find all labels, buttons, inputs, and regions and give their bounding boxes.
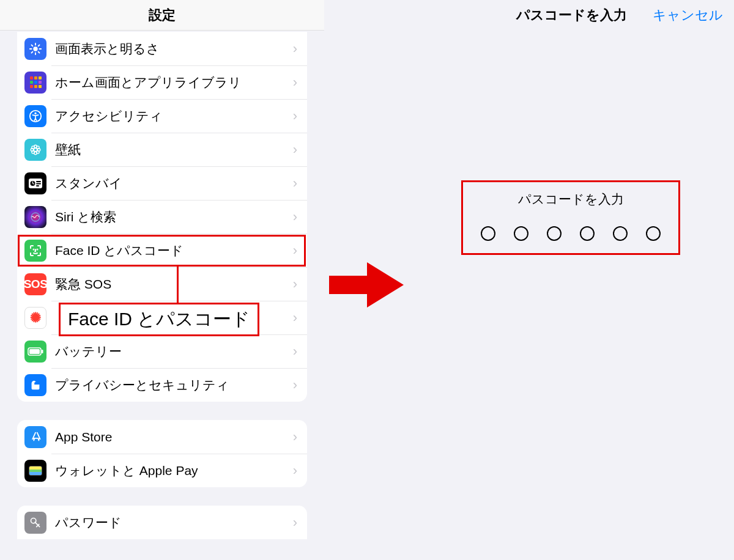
arrow-icon: [329, 259, 404, 311]
chevron-right-icon: ›: [293, 108, 297, 124]
passcode-dot: [514, 226, 528, 241]
svg-rect-23: [36, 183, 41, 184]
svg-line-8: [39, 45, 40, 46]
chevron-right-icon: ›: [293, 515, 297, 531]
exposure-icon: ✺: [24, 307, 46, 329]
chevron-right-icon: ›: [293, 175, 297, 191]
svg-point-0: [33, 46, 37, 51]
callout-connector: [177, 267, 179, 304]
row-wallpaper-label: 壁紙: [55, 141, 293, 158]
row-battery-label: バッテリー: [55, 343, 293, 360]
chevron-right-icon: ›: [293, 429, 297, 445]
brightness-icon: [24, 38, 46, 60]
wallet-icon: [24, 460, 46, 482]
chevron-right-icon: ›: [293, 310, 297, 326]
standby-icon: [24, 172, 46, 194]
accessibility-icon: [24, 105, 46, 127]
wallpaper-icon: [24, 139, 46, 161]
chevron-right-icon: ›: [293, 463, 297, 479]
settings-pane: 設定 画面表示と明るさ › ホーム画面とアプリライブラリ › アクセシビリティ …: [0, 0, 324, 560]
row-passwords[interactable]: パスワード ›: [17, 506, 307, 539]
svg-point-26: [34, 249, 34, 249]
row-battery[interactable]: バッテリー ›: [17, 334, 307, 368]
passcode-dot: [547, 226, 562, 241]
svg-line-7: [31, 51, 32, 53]
svg-rect-24: [36, 185, 39, 186]
row-sos[interactable]: SOS 緊急 SOS ›: [17, 267, 307, 301]
passcode-pane: パスコードを入力 キャンセル パスコードを入力: [409, 0, 734, 560]
chevron-right-icon: ›: [293, 344, 297, 359]
row-passwords-label: パスワード: [55, 514, 293, 531]
settings-group-3: パスワード ›: [17, 506, 307, 539]
row-home[interactable]: ホーム画面とアプリライブラリ ›: [17, 65, 307, 99]
settings-group-2: App Store › ウォレットと Apple Pay ›: [17, 420, 307, 487]
chevron-right-icon: ›: [293, 243, 297, 259]
row-privacy[interactable]: プライバシーとセキュリティ ›: [17, 368, 307, 402]
chevron-right-icon: ›: [293, 41, 297, 57]
svg-rect-22: [36, 181, 41, 182]
row-siri[interactable]: Siri と検索 ›: [17, 200, 307, 234]
passcode-header-title: パスコードを入力: [516, 6, 627, 24]
callout-text: Face ID とパスコード: [68, 309, 250, 329]
row-accessibility-label: アクセシビリティ: [55, 108, 293, 125]
passcode-prompt: パスコードを入力: [469, 191, 672, 208]
row-standby[interactable]: スタンバイ ›: [17, 166, 307, 200]
row-privacy-label: プライバシーとセキュリティ: [55, 377, 293, 394]
passcode-dot: [646, 226, 661, 241]
row-display-label: 画面表示と明るさ: [55, 40, 293, 57]
home-screen-icon: [24, 72, 46, 94]
svg-point-17: [37, 150, 40, 153]
svg-line-5: [31, 45, 32, 46]
row-faceid-label: Face ID とパスコード: [55, 242, 293, 259]
svg-point-10: [34, 112, 36, 114]
svg-point-27: [37, 249, 38, 249]
settings-group-1: 画面表示と明るさ › ホーム画面とアプリライブラリ › アクセシビリティ › 壁…: [17, 32, 307, 402]
callout-faceid: Face ID とパスコード: [59, 303, 259, 336]
svg-line-6: [39, 51, 40, 53]
faceid-icon: [24, 240, 46, 262]
row-wallet[interactable]: ウォレットと Apple Pay ›: [17, 454, 307, 487]
passcode-dot: [580, 226, 595, 241]
chevron-right-icon: ›: [293, 377, 297, 393]
chevron-right-icon: ›: [293, 142, 297, 158]
settings-title: 設定: [149, 6, 176, 24]
row-siri-label: Siri と検索: [55, 208, 293, 226]
row-faceid[interactable]: Face ID とパスコード ›: [17, 234, 307, 267]
chevron-right-icon: ›: [293, 75, 297, 90]
row-accessibility[interactable]: アクセシビリティ ›: [17, 99, 307, 133]
passcode-dots: [469, 226, 672, 241]
svg-rect-29: [42, 350, 43, 353]
cancel-button[interactable]: キャンセル: [653, 6, 723, 24]
chevron-right-icon: ›: [293, 209, 297, 225]
row-display[interactable]: 画面表示と明るさ ›: [17, 32, 307, 65]
siri-icon: [24, 206, 46, 228]
passcode-header: パスコードを入力 キャンセル: [409, 0, 734, 31]
appstore-icon: [24, 426, 46, 448]
privacy-icon: [24, 374, 46, 396]
settings-header: 設定: [0, 0, 324, 31]
chevron-right-icon: ›: [293, 276, 297, 292]
battery-icon: [24, 341, 46, 363]
svg-rect-30: [29, 349, 40, 354]
passcode-dot: [481, 226, 495, 241]
passcode-entry[interactable]: パスコードを入力: [461, 180, 680, 255]
passcode-dot: [613, 226, 628, 241]
row-wallpaper[interactable]: 壁紙 ›: [17, 133, 307, 166]
row-standby-label: スタンバイ: [55, 175, 293, 192]
row-wallet-label: ウォレットと Apple Pay: [55, 462, 293, 479]
passwords-icon: [24, 512, 46, 534]
row-home-label: ホーム画面とアプリライブラリ: [55, 74, 293, 91]
row-appstore-label: App Store: [55, 430, 293, 444]
row-sos-label: 緊急 SOS: [55, 276, 293, 293]
sos-text: SOS: [24, 278, 48, 291]
sos-icon: SOS: [24, 273, 46, 295]
row-appstore[interactable]: App Store ›: [17, 420, 307, 454]
